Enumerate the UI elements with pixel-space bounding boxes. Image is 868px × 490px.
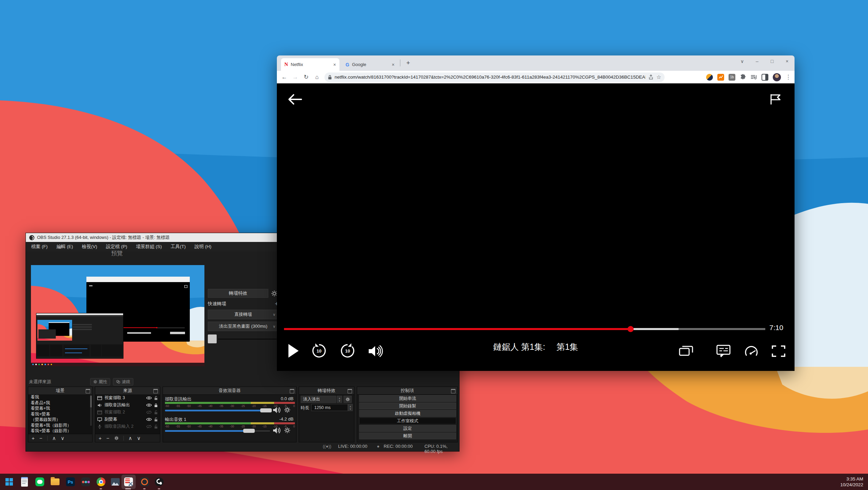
reload-icon[interactable]: ↻ <box>301 74 312 81</box>
source-row[interactable]: 視窗擷取 3 <box>95 394 160 402</box>
transition-slider[interactable] <box>208 334 279 343</box>
source-row[interactable]: 副螢幕 <box>95 416 160 423</box>
bookmark-star-icon[interactable]: ☆ <box>656 74 661 80</box>
settings-button[interactable]: 設定 <box>359 425 456 432</box>
extension-icon-playlist[interactable] <box>751 75 757 80</box>
tab-search-chevron-icon[interactable]: ∨ <box>735 55 750 67</box>
speaker-mute-icon[interactable] <box>272 407 281 413</box>
obs-menu-file[interactable]: 檔案 (F) <box>31 244 48 250</box>
taskbar-line-icon[interactable] <box>35 477 45 487</box>
extension-icon-1b[interactable]: 1b <box>729 74 735 81</box>
source-properties-gear-icon[interactable] <box>114 436 119 440</box>
fade-to-black-dropdown[interactable]: 淡出至黑色畫面 (300ms) ∨ <box>208 322 279 331</box>
scene-item[interactable]: 看產品+我 <box>28 400 92 406</box>
add-scene-button[interactable]: + <box>32 435 35 441</box>
obs-menu-scene-collection[interactable]: 場景群組 (S) <box>136 244 162 250</box>
scene-item[interactable]: 看螢幕+我（錄影用） <box>28 423 92 428</box>
scene-item[interactable]: 看螢幕+我 <box>28 406 92 411</box>
close-button[interactable]: × <box>780 55 795 67</box>
taskbar-photoshop-icon[interactable]: Ps <box>65 477 76 487</box>
scene-up-button[interactable]: ∧ <box>52 435 56 441</box>
obs-menu-edit[interactable]: 編輯 (E) <box>56 244 73 250</box>
transition-props-gear-button[interactable] <box>344 396 352 403</box>
obs-menu-tools[interactable]: 工具(T) <box>171 244 186 250</box>
profile-avatar[interactable] <box>773 73 781 81</box>
unlock-icon[interactable] <box>154 418 158 422</box>
scrubber-handle[interactable] <box>628 326 634 332</box>
duration-spinner[interactable]: ∧∨ <box>348 404 353 411</box>
scene-item[interactable]: （螢幕錄製用） <box>28 417 92 423</box>
maximize-button[interactable]: □ <box>765 55 780 67</box>
source-row[interactable]: 擷取音訊輸入 2 <box>95 423 160 430</box>
start-virtual-camera-button[interactable]: 啟動虛擬相機 <box>359 410 456 417</box>
fullscreen-icon[interactable] <box>771 345 786 358</box>
scene-item[interactable]: 看我+螢幕 <box>28 411 92 417</box>
remove-source-button[interactable]: − <box>106 435 110 441</box>
popout-icon[interactable] <box>153 389 158 393</box>
popout-icon[interactable] <box>86 389 90 393</box>
source-row[interactable]: 擷取音訊輸出 <box>95 402 160 409</box>
obs-menu-profile[interactable]: 設定檔 (P) <box>106 244 127 250</box>
transition-select-spinner[interactable]: ∧∨ <box>337 396 342 403</box>
remove-scene-button[interactable]: − <box>39 435 43 441</box>
new-tab-button[interactable]: + <box>403 58 413 68</box>
volume-slider-handle[interactable] <box>243 429 255 433</box>
scene-down-button[interactable]: ∨ <box>61 435 65 441</box>
unlock-icon[interactable] <box>154 410 158 414</box>
tab-netflix[interactable]: N Netflix × <box>281 58 339 71</box>
minimize-button[interactable]: – <box>750 55 765 67</box>
popout-icon[interactable] <box>451 389 455 393</box>
home-icon[interactable]: ⌂ <box>312 74 322 81</box>
netflix-player[interactable]: 7:10 10 10 鏈鋸人 第1集: 第1集 <box>277 83 795 371</box>
scene-transitions-button[interactable]: 轉場特效 <box>208 289 268 298</box>
scene-item[interactable]: 看我 <box>28 394 92 400</box>
obs-menu-view[interactable]: 檢視(V) <box>82 244 97 250</box>
start-streaming-button[interactable]: 開始串流 <box>359 395 456 402</box>
taskbar-capture-tool-icon[interactable] <box>123 477 134 487</box>
back-icon[interactable]: ← <box>279 74 290 81</box>
eye-icon[interactable] <box>146 396 152 400</box>
obs-menu-help[interactable]: 說明 (H) <box>195 244 212 250</box>
channel-gear-icon[interactable] <box>284 407 290 413</box>
properties-button[interactable]: 屬性 <box>90 378 110 386</box>
popout-icon[interactable] <box>290 389 294 393</box>
eye-icon[interactable] <box>146 403 152 407</box>
extensions-puzzle-icon[interactable] <box>740 74 746 80</box>
volume-slider[interactable] <box>165 429 270 433</box>
source-row[interactable]: 視窗擷取 2 <box>95 409 160 416</box>
tab-close-icon[interactable]: × <box>333 62 336 67</box>
back-arrow-icon[interactable] <box>287 93 303 106</box>
popout-icon[interactable] <box>348 389 352 393</box>
subtitles-icon[interactable] <box>716 345 731 358</box>
tab-close-icon[interactable]: × <box>392 62 395 67</box>
volume-slider[interactable] <box>165 408 270 412</box>
taskbar-clock[interactable]: 3:35 AM 10/24/2022 <box>840 476 863 488</box>
extension-icon-duckduckgo[interactable] <box>706 74 713 81</box>
taskbar-obs-icon[interactable] <box>154 477 164 487</box>
source-down-button[interactable]: ∨ <box>137 435 141 441</box>
share-icon[interactable] <box>648 75 654 80</box>
episodes-icon[interactable] <box>679 345 693 358</box>
start-button[interactable] <box>4 477 14 487</box>
transition-slider-handle[interactable] <box>208 334 217 343</box>
taskbar-file-explorer-icon[interactable] <box>50 477 60 487</box>
tab-google[interactable]: G Google × <box>342 58 398 71</box>
eye-icon[interactable] <box>146 418 152 421</box>
playback-progress-bar[interactable] <box>284 328 765 330</box>
taskbar-screen-recorder-icon[interactable] <box>139 477 150 487</box>
start-recording-button[interactable]: 開始錄製 <box>359 403 456 409</box>
unlock-icon[interactable] <box>154 396 158 400</box>
speaker-mute-icon[interactable] <box>272 427 281 434</box>
eye-off-icon[interactable] <box>146 425 152 428</box>
playback-speed-icon[interactable] <box>744 345 758 358</box>
taskbar-notepad-icon[interactable] <box>19 477 30 487</box>
forward-icon[interactable]: → <box>290 74 301 81</box>
report-flag-icon[interactable] <box>769 94 782 105</box>
transition-type-dropdown[interactable]: 直接轉場 ∨ <box>208 310 279 319</box>
taskbar-photos-icon[interactable] <box>110 477 120 487</box>
transition-select[interactable]: 淡入淡出 <box>301 396 336 403</box>
filters-button[interactable]: 濾鏡 <box>113 378 133 386</box>
taskbar-chrome-icon[interactable] <box>96 477 106 487</box>
volume-slider-handle[interactable] <box>260 408 272 412</box>
studio-mode-button[interactable]: 工作室模式 <box>359 418 456 424</box>
